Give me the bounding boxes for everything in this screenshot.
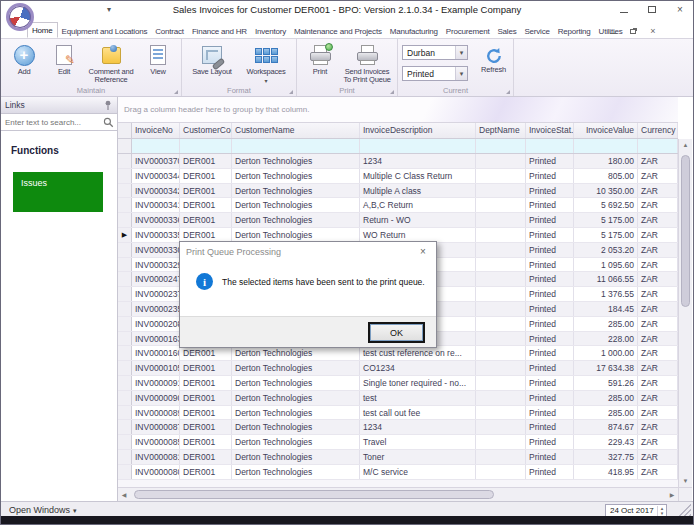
filter-cell-currency[interactable]: [638, 139, 678, 153]
table-row[interactable]: INV0000160DER001Derton Technologiestest …: [118, 346, 678, 361]
tab-equipment-and-locations[interactable]: Equipment and Locations: [58, 24, 152, 38]
dialog-message: The selected items have been sent to the…: [222, 277, 425, 287]
filter-cell-invoicedescription[interactable]: [360, 139, 476, 153]
filter-cell-invoicevalue[interactable]: [574, 139, 638, 153]
table-row[interactable]: INV0000089DER001Derton Technologiestest …: [118, 406, 678, 421]
add-button[interactable]: + Add: [5, 41, 43, 84]
pin-icon[interactable]: [103, 100, 113, 111]
scroll-right-icon[interactable]: ▶: [666, 488, 678, 501]
table-row[interactable]: INV0000080DER001Derton TechnologiesM/C s…: [118, 465, 678, 480]
cell-invoiceno: INV0000091: [132, 376, 180, 390]
tab-manufacturing[interactable]: Manufacturing: [386, 24, 442, 38]
print-dialog-launcher-icon[interactable]: [390, 90, 394, 94]
tab-maintenance-and-projects[interactable]: Maintenance and Projects: [290, 24, 386, 38]
column-header-currency[interactable]: Currency: [638, 123, 678, 138]
dialog-close-icon[interactable]: ×: [416, 246, 430, 257]
resize-grip[interactable]: [679, 504, 691, 516]
search-input[interactable]: [1, 118, 103, 127]
ribbon-close-icon[interactable]: ×: [647, 25, 659, 36]
cell-deptname: [476, 317, 526, 331]
refresh-button[interactable]: Refresh: [478, 45, 509, 84]
status-dropdown[interactable]: Printed ▾: [402, 66, 468, 81]
table-row[interactable]: INV0000341DER001Derton TechnologiesA,B,C…: [118, 198, 678, 213]
dialog-title-bar[interactable]: Print Queue Processing ×: [180, 242, 436, 261]
scroll-left-icon[interactable]: ◀: [118, 488, 130, 501]
cell-customercode: DER001: [180, 228, 232, 242]
column-header-invoiceno[interactable]: InvoiceNo: [132, 123, 180, 138]
table-row[interactable]: INV0000344DER001Derton TechnologiesMulti…: [118, 169, 678, 184]
horizontal-scrollbar[interactable]: ◀ ▶: [118, 487, 678, 501]
open-windows-button[interactable]: Open Windows▾: [1, 505, 77, 515]
maintain-dialog-launcher-icon[interactable]: [174, 90, 178, 94]
filter-cell-customercode[interactable]: [180, 139, 232, 153]
column-header-invoicestat[interactable]: InvoiceStat...: [526, 123, 574, 138]
column-header-deptname[interactable]: DeptName: [476, 123, 526, 138]
cell-invoicevalue: 11 066.55: [574, 272, 638, 286]
format-dialog-launcher-icon[interactable]: [289, 90, 293, 94]
ribbon-restore-icon[interactable]: [627, 25, 639, 36]
group-label-format: Format: [182, 86, 296, 95]
print-button[interactable]: Print: [301, 41, 339, 84]
tab-finance-and-hr[interactable]: Finance and HR: [188, 24, 251, 38]
cell-invoicevalue: 17 634.38: [574, 361, 638, 375]
cell-invoicedescription: 1234: [360, 154, 476, 168]
workspaces-button[interactable]: Workspaces ▾: [240, 41, 292, 84]
app-logo-icon[interactable]: [6, 3, 34, 31]
cell-invoiceno: INV0000237: [132, 287, 180, 301]
cell-invoicedescription: CO1234: [360, 361, 476, 375]
vertical-scrollbar[interactable]: ▲ ▼: [678, 139, 692, 487]
ok-button[interactable]: OK: [368, 322, 425, 343]
comment-and-reference-button[interactable]: Comment and Reference: [85, 41, 137, 84]
cell-invoiceno: INV0000341: [132, 198, 180, 212]
horizontal-scroll-thumb[interactable]: [134, 490, 494, 499]
table-row[interactable]: INV0000081DER001Derton TechnologiesToner…: [118, 450, 678, 465]
tab-procurement[interactable]: Procurement: [442, 24, 494, 38]
minimize-button[interactable]: [617, 3, 631, 15]
filter-cell-invoicestat[interactable]: [526, 139, 574, 153]
tab-service[interactable]: Service: [520, 24, 553, 38]
table-row[interactable]: INV0000087DER001Derton Technologies1234P…: [118, 420, 678, 435]
send-invoices-to-print-queue-button[interactable]: Send Invoices To Print Queue: [341, 41, 393, 84]
ribbon-minimize-icon[interactable]: [607, 25, 619, 36]
window-bottom-edge: [1, 516, 693, 524]
table-row[interactable]: INV0000370DER001Derton Technologies1234P…: [118, 154, 678, 169]
vertical-scroll-thumb[interactable]: [681, 155, 690, 307]
search-icon[interactable]: [103, 117, 114, 128]
filter-cell-deptname[interactable]: [476, 139, 526, 153]
table-row[interactable]: INV0000342DER001Derton TechnologiesMulti…: [118, 184, 678, 199]
column-header-invoicevalue[interactable]: InvoiceValue: [574, 123, 638, 138]
column-header-invoicedescription[interactable]: InvoiceDescription: [360, 123, 476, 138]
table-row[interactable]: INV0000085DER001Derton TechnologiesTrave…: [118, 435, 678, 450]
tab-inventory[interactable]: Inventory: [251, 24, 290, 38]
tab-contract[interactable]: Contract: [151, 24, 188, 38]
current-dialog-launcher-icon[interactable]: [506, 90, 510, 94]
scroll-up-icon[interactable]: ▲: [679, 139, 692, 151]
row-indicator: [118, 420, 132, 434]
cell-deptname: [476, 391, 526, 405]
table-row[interactable]: INV0000091DER001Derton TechnologiesSingl…: [118, 376, 678, 391]
sidebar-item-issues[interactable]: Issues: [13, 172, 103, 212]
date-spinner[interactable]: ▴▾: [657, 506, 666, 516]
save-layout-button[interactable]: Save Layout: [186, 41, 238, 84]
table-row[interactable]: INV0000105DER001Derton TechnologiesCO123…: [118, 361, 678, 376]
cell-currency: ZAR: [638, 184, 678, 198]
close-button[interactable]: ×: [673, 3, 687, 15]
group-by-panel[interactable]: Drag a column header here to group by th…: [118, 97, 678, 123]
scroll-down-icon[interactable]: ▼: [679, 475, 692, 487]
edit-button[interactable]: ✎ Edit: [45, 41, 83, 84]
column-header-customername[interactable]: CustomerName: [232, 123, 360, 138]
table-row[interactable]: INV0000090DER001Derton TechnologiestestP…: [118, 391, 678, 406]
column-header-customercode[interactable]: CustomerCode: [180, 123, 232, 138]
row-indicator: [118, 465, 132, 479]
filter-cell-invoiceno[interactable]: [132, 139, 180, 153]
branch-dropdown[interactable]: Durban ▾: [402, 45, 468, 60]
view-button[interactable]: View: [139, 41, 177, 84]
table-row[interactable]: INV0000336DER001Derton TechnologiesRetur…: [118, 213, 678, 228]
filter-cell-customername[interactable]: [232, 139, 360, 153]
cell-invoicevalue: 2 053.20: [574, 243, 638, 257]
cell-invoicevalue: 805.00: [574, 169, 638, 183]
cell-invoicedescription: WO Return: [360, 228, 476, 242]
tab-reporting[interactable]: Reporting: [554, 24, 595, 38]
tab-sales[interactable]: Sales: [493, 24, 520, 38]
maximize-button[interactable]: [645, 3, 659, 15]
